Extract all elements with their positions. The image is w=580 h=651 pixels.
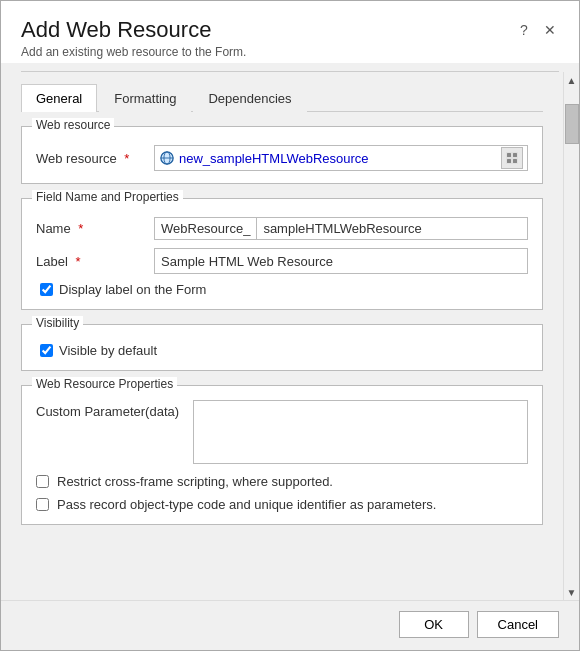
- svg-rect-5: [513, 153, 517, 157]
- name-field-label: Name *: [36, 221, 146, 236]
- restrict-scripting-row: Restrict cross-frame scripting, where su…: [36, 474, 528, 489]
- name-suffix[interactable]: sampleHTMLWebResource: [256, 217, 528, 240]
- required-star: *: [124, 151, 129, 166]
- scroll-up-button[interactable]: ▲: [564, 72, 580, 88]
- label-required-star: *: [75, 254, 80, 269]
- help-button[interactable]: ?: [515, 21, 533, 39]
- pass-record-row: Pass record object-type code and unique …: [36, 497, 528, 512]
- tabs-row: General Formatting Dependencies: [21, 84, 543, 112]
- display-label-row: Display label on the Form: [40, 282, 528, 297]
- web-resource-section: Web resource Web resource *: [21, 126, 543, 184]
- main-content: General Formatting Dependencies Web reso…: [1, 72, 563, 600]
- svg-rect-7: [513, 159, 517, 163]
- dialog-subtitle: Add an existing web resource to the Form…: [21, 45, 246, 59]
- custom-param-label: Custom Parameter(data): [36, 400, 179, 419]
- svg-rect-6: [507, 159, 511, 163]
- tab-formatting[interactable]: Formatting: [99, 84, 191, 112]
- pass-record-checkbox[interactable]: [36, 498, 49, 511]
- pass-record-label: Pass record object-type code and unique …: [57, 497, 436, 512]
- checkbox-list: Restrict cross-frame scripting, where su…: [36, 474, 528, 512]
- cancel-button[interactable]: Cancel: [477, 611, 559, 638]
- scrollbar[interactable]: ▲ ▼: [563, 72, 579, 600]
- field-name-section: Field Name and Properties Name * WebReso…: [21, 198, 543, 310]
- web-resource-value: new_sampleHTMLWebResource: [179, 151, 497, 166]
- scroll-down-button[interactable]: ▼: [564, 584, 580, 600]
- web-resource-icon: [159, 150, 175, 166]
- tab-dependencies[interactable]: Dependencies: [193, 84, 306, 112]
- web-resource-properties-legend: Web Resource Properties: [32, 377, 177, 391]
- dialog-title: Add Web Resource: [21, 17, 246, 43]
- name-prefix: WebResource_: [154, 217, 256, 240]
- visible-checkbox[interactable]: [40, 344, 53, 357]
- visible-row: Visible by default: [40, 343, 528, 358]
- custom-param-textarea[interactable]: [193, 400, 528, 464]
- lookup-button[interactable]: [501, 147, 523, 169]
- tab-general[interactable]: General: [21, 84, 97, 112]
- close-button[interactable]: ✕: [541, 21, 559, 39]
- web-resource-properties-section: Web Resource Properties Custom Parameter…: [21, 385, 543, 525]
- visibility-legend: Visibility: [32, 316, 83, 330]
- ok-button[interactable]: OK: [399, 611, 469, 638]
- display-label-checkbox[interactable]: [40, 283, 53, 296]
- name-required-star: *: [78, 221, 83, 236]
- restrict-scripting-label: Restrict cross-frame scripting, where su…: [57, 474, 333, 489]
- web-resource-field-label: Web resource *: [36, 151, 146, 166]
- svg-rect-4: [507, 153, 511, 157]
- web-resource-input-wrapper: new_sampleHTMLWebResource: [154, 145, 528, 171]
- custom-param-wrapper: Custom Parameter(data): [36, 400, 528, 464]
- label-input[interactable]: [154, 248, 528, 274]
- visibility-section: Visibility Visible by default: [21, 324, 543, 371]
- display-label-text: Display label on the Form: [59, 282, 206, 297]
- footer: OK Cancel: [1, 600, 579, 650]
- visible-text: Visible by default: [59, 343, 157, 358]
- label-field-label: Label *: [36, 254, 146, 269]
- web-resource-legend: Web resource: [32, 118, 114, 132]
- restrict-scripting-checkbox[interactable]: [36, 475, 49, 488]
- scrollbar-thumb[interactable]: [565, 104, 579, 144]
- field-name-legend: Field Name and Properties: [32, 190, 183, 204]
- name-input-wrapper: WebResource_ sampleHTMLWebResource: [154, 217, 528, 240]
